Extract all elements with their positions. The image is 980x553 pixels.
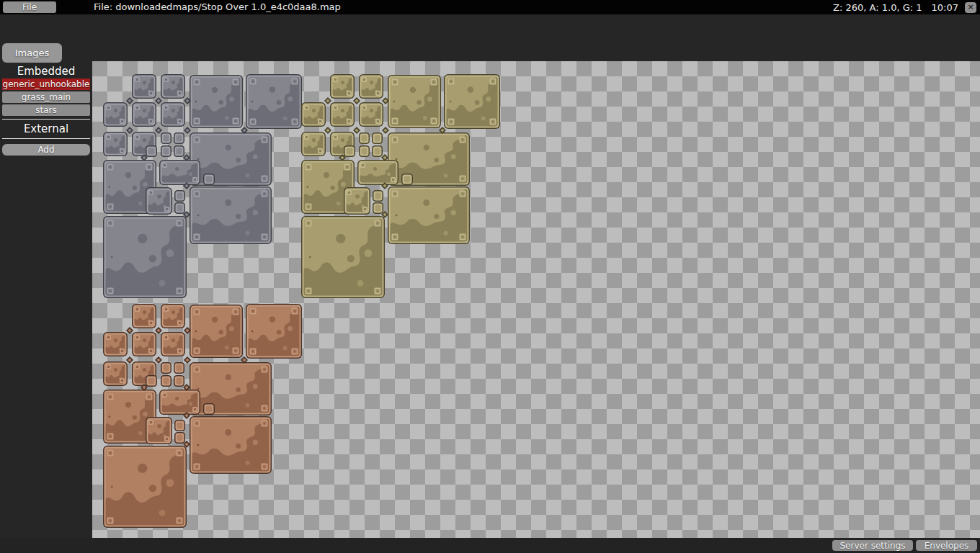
external-header: External	[0, 122, 92, 135]
sidebar-separator	[2, 119, 90, 120]
topbar-right-group: Z: 260, A: 1.0, G: 1 10:07 ×	[833, 0, 976, 14]
sidebar-separator	[2, 138, 90, 139]
sidebar-item-stars[interactable]: stars	[2, 104, 90, 116]
top-menu-bar: File File: downloadedmaps/Stop Over 1.0_…	[0, 0, 980, 14]
tab-images[interactable]: Images	[2, 43, 62, 63]
bottom-bar: Server settings Envelopes	[0, 538, 980, 553]
close-icon[interactable]: ×	[965, 2, 976, 13]
zoom-anim-grid-status: Z: 260, A: 1.0, G: 1	[833, 2, 922, 13]
tileset-preview-svg	[92, 61, 980, 538]
sidebar-item-generic-unhookable[interactable]: generic_unhookable	[2, 78, 90, 90]
clock: 10:07	[932, 2, 958, 13]
sidebar-item-grass-main[interactable]: grass_main	[2, 91, 90, 103]
envelopes-button[interactable]: Envelopes	[916, 540, 977, 551]
tile-group-grey	[103, 74, 302, 298]
server-settings-button[interactable]: Server settings	[832, 540, 913, 551]
add-image-button[interactable]: Add	[2, 144, 90, 156]
map-file-title: File: downloadedmaps/Stop Over 1.0_e4c0d…	[94, 0, 341, 14]
tile-group-khaki	[301, 74, 500, 298]
file-menu-button[interactable]: File	[3, 1, 56, 13]
tile-group-brown	[103, 304, 302, 528]
embedded-header: Embedded	[0, 65, 92, 78]
tileset-preview-area[interactable]	[92, 61, 980, 538]
